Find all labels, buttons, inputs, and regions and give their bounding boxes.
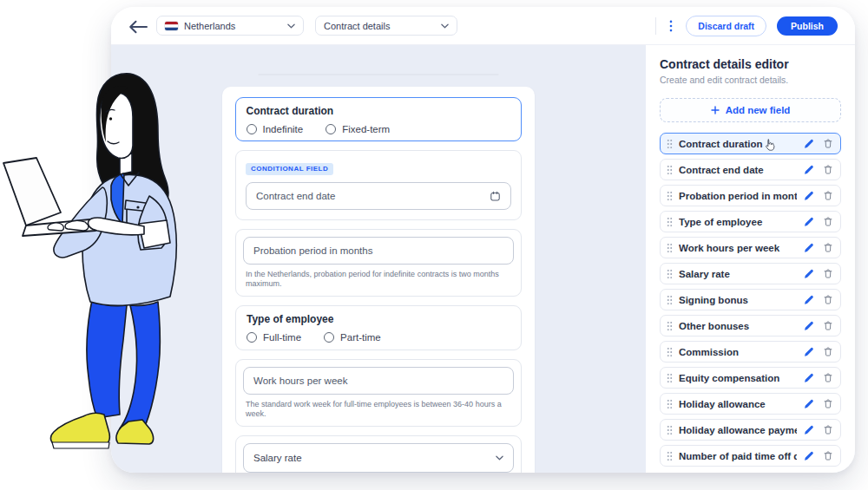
delete-icon[interactable] [823, 216, 833, 227]
country-select[interactable]: Netherlands [156, 16, 304, 36]
probation-field[interactable] [253, 245, 503, 256]
field-row-label: Holiday allowance [679, 399, 797, 409]
edit-icon[interactable] [803, 346, 814, 357]
drag-handle-icon[interactable] [667, 243, 673, 253]
field-row-salary-rate[interactable]: Salary rate [660, 263, 841, 284]
delete-icon[interactable] [823, 398, 833, 409]
field-row-equity[interactable]: Equity compensation [660, 367, 841, 389]
conditional-field-badge: CONDITIONAL FIELD [246, 163, 333, 175]
card-salary-rate[interactable]: Salary rate [235, 435, 522, 473]
field-row-label: Commission [679, 347, 797, 357]
template-select[interactable]: Contract details [315, 16, 457, 36]
drag-handle-icon[interactable] [667, 139, 673, 149]
radio-indefinite[interactable]: Indefinite [247, 124, 304, 134]
field-row-signing-bonus[interactable]: Signing bonus [660, 289, 841, 310]
kebab-menu-icon[interactable] [669, 20, 673, 32]
delete-icon[interactable] [823, 424, 833, 435]
edit-icon[interactable] [803, 450, 814, 461]
radio-group: Full-time Part-time [247, 332, 510, 343]
card-contract-end-date[interactable]: CONDITIONAL FIELD [235, 150, 522, 220]
drag-handle-icon[interactable] [667, 321, 673, 331]
edit-icon[interactable] [803, 190, 814, 201]
field-row-commission[interactable]: Commission [660, 341, 841, 363]
drag-handle-icon[interactable] [667, 399, 673, 409]
work-hours-field[interactable] [253, 376, 503, 386]
radio-label: Indefinite [263, 124, 304, 134]
field-row-holiday-allowance[interactable]: Holiday allowance [660, 393, 841, 415]
radio-full-time[interactable]: Full-time [247, 332, 301, 343]
add-new-field-button[interactable]: Add new field [660, 98, 841, 122]
drag-handle-icon[interactable] [667, 425, 673, 435]
drag-handle-icon[interactable] [667, 165, 673, 175]
field-row-other-bonuses[interactable]: Other bonuses [660, 315, 841, 336]
radio-fixed-term[interactable]: Fixed-term [326, 124, 390, 134]
card-employee-type[interactable]: Type of employee Full-time Part-time [235, 305, 522, 350]
field-row-label: Other bonuses [679, 321, 797, 331]
delete-icon[interactable] [823, 242, 833, 253]
work-hours-input[interactable] [243, 367, 514, 395]
probation-input[interactable] [243, 237, 514, 265]
publish-button[interactable]: Publish [777, 16, 838, 36]
edit-icon[interactable] [803, 216, 814, 227]
netherlands-flag-icon [165, 22, 178, 30]
drag-handle-icon[interactable] [667, 451, 673, 461]
field-row-label: Contract duration [679, 139, 797, 149]
drag-handle-icon[interactable] [667, 217, 673, 227]
field-row-holiday-frequency[interactable]: Holiday allowance payment fre... [660, 419, 841, 441]
drag-handle-icon[interactable] [667, 373, 673, 383]
delete-icon[interactable] [823, 372, 833, 383]
radio-circle-icon[interactable] [324, 332, 334, 343]
delete-icon[interactable] [823, 294, 833, 305]
edit-icon[interactable] [803, 398, 814, 409]
chevron-down-icon [496, 455, 503, 461]
publish-label: Publish [791, 21, 824, 31]
edit-icon[interactable] [803, 320, 814, 331]
field-row-work-hours[interactable]: Work hours per week [660, 237, 841, 258]
edit-icon[interactable] [803, 268, 814, 279]
drag-handle-icon[interactable] [667, 269, 673, 279]
edit-icon[interactable] [803, 164, 814, 175]
card-probation-period[interactable]: In the Netherlands, probation period for… [235, 229, 522, 297]
edit-icon[interactable] [803, 242, 814, 253]
field-row-label: Salary rate [679, 269, 797, 279]
delete-icon[interactable] [823, 164, 833, 175]
back-arrow-icon[interactable] [128, 20, 148, 34]
contract-end-date-field[interactable] [256, 191, 490, 201]
field-row-label: Signing bonus [679, 295, 797, 305]
salary-rate-select[interactable]: Salary rate [243, 443, 514, 473]
radio-circle-icon[interactable] [247, 124, 257, 134]
edit-icon[interactable] [803, 424, 814, 435]
calendar-icon[interactable] [490, 191, 501, 202]
drag-handle-icon[interactable] [667, 347, 673, 357]
card-contract-duration[interactable]: Contract duration Indefinite Fixed-term [235, 97, 522, 141]
field-row-contract-end-date[interactable]: Contract end date [660, 159, 841, 180]
builder-main: Builder Conditionals Preview Contract du… [111, 45, 646, 473]
radio-part-time[interactable]: Part-time [324, 332, 381, 343]
radio-circle-icon[interactable] [247, 332, 257, 343]
field-row-label: Equity compensation [679, 373, 797, 383]
drag-handle-icon[interactable] [667, 191, 673, 201]
delete-icon[interactable] [823, 190, 833, 201]
field-row-paid-time-off[interactable]: Number of paid time off days [660, 445, 841, 467]
discard-draft-button[interactable]: Discard draft [686, 16, 766, 36]
edit-icon[interactable] [803, 294, 814, 305]
content-area: Builder Conditionals Preview Contract du… [111, 45, 855, 473]
field-row-contract-duration[interactable]: Contract duration [660, 133, 841, 154]
contract-end-date-input[interactable] [246, 182, 511, 210]
probation-helper-text: In the Netherlands, probation period for… [243, 270, 514, 289]
delete-icon[interactable] [823, 346, 833, 357]
delete-icon[interactable] [823, 268, 833, 279]
delete-icon[interactable] [823, 320, 833, 331]
chevron-down-icon [441, 23, 449, 29]
edit-icon[interactable] [803, 138, 814, 149]
cursor-hand-icon [763, 138, 777, 152]
delete-icon[interactable] [823, 138, 833, 149]
field-row-probation[interactable]: Probation period in months [660, 185, 841, 206]
field-row-employee-type[interactable]: Type of employee [660, 211, 841, 232]
radio-circle-icon[interactable] [326, 124, 336, 134]
drag-handle-icon[interactable] [667, 295, 673, 305]
edit-icon[interactable] [803, 372, 814, 383]
card-work-hours[interactable]: The standard work week for full-time emp… [235, 359, 522, 427]
field-row-label: Work hours per week [679, 243, 797, 253]
delete-icon[interactable] [823, 450, 833, 461]
